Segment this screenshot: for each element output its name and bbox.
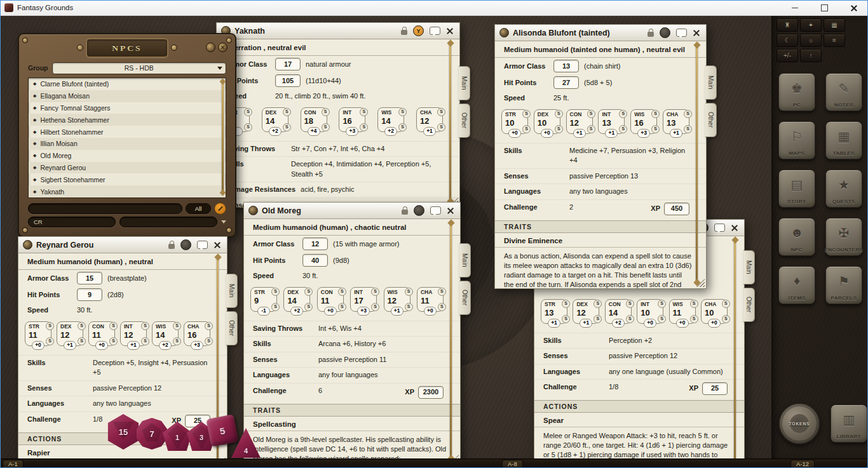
tab-other[interactable]: Other <box>705 103 717 137</box>
ability-save-button[interactable]: S <box>651 125 660 133</box>
ability-save-button[interactable]: S <box>283 123 291 131</box>
options-button[interactable]: ☼ <box>800 34 822 47</box>
tab-other[interactable]: Other <box>743 288 755 322</box>
ability-check-button[interactable]: S <box>398 108 407 116</box>
npc-list-item[interactable]: ◆ Illian Moisan <box>29 138 226 150</box>
ability-save-button[interactable]: S <box>690 315 698 323</box>
ability-save-button[interactable]: S <box>626 315 634 323</box>
token-icon[interactable] <box>414 205 424 216</box>
ability-save-button[interactable]: S <box>141 337 149 345</box>
ability-save-button[interactable]: S <box>109 337 118 345</box>
ac-value[interactable]: 13 <box>553 60 579 72</box>
ability-save-button[interactable]: S <box>684 125 692 133</box>
ability-save-button[interactable]: S <box>619 125 627 133</box>
sidebar-button-quests[interactable]: ★ QUESTS <box>825 170 862 208</box>
ability-check-button[interactable]: S <box>304 288 313 296</box>
ability-save-button[interactable]: S <box>437 123 445 131</box>
sidebar-button-tables[interactable]: ▦ TABLES <box>825 121 862 159</box>
tab-main[interactable]: Main <box>459 66 470 100</box>
window-knob-icon[interactable] <box>23 240 32 250</box>
xp-value[interactable]: 450 <box>664 203 689 215</box>
ability-save-button[interactable]: S <box>555 125 563 133</box>
sidebar-button-maps[interactable]: ⚐ MAPS <box>778 121 815 159</box>
sidebar-button-pc[interactable]: ♚ PC <box>778 73 815 111</box>
sidebar-button-notes[interactable]: ✎ NOTES <box>825 73 862 111</box>
maximize-button[interactable] <box>810 0 839 15</box>
ability-check-button[interactable]: S <box>78 322 86 330</box>
ability-save-button[interactable]: S <box>271 303 280 311</box>
group-dropdown[interactable]: RS - HDB <box>52 62 227 74</box>
hp-value[interactable]: 27 <box>553 76 579 89</box>
ability-check-button[interactable]: S <box>690 300 698 308</box>
ability-check-button[interactable]: S <box>360 108 368 116</box>
ability-check-button[interactable]: S <box>46 322 54 330</box>
npc-list-item[interactable]: ◆ Fancy Tomnal Staggers <box>29 102 226 114</box>
close-icon[interactable] <box>214 241 220 248</box>
scrollbar[interactable] <box>449 43 451 201</box>
scrollbar[interactable] <box>696 45 698 283</box>
ability-check-button[interactable]: S <box>562 300 570 308</box>
filter-dropdown-arrow-icon[interactable] <box>221 220 226 224</box>
hp-value[interactable]: 40 <box>302 254 328 267</box>
lock-icon[interactable] <box>401 30 407 35</box>
sheet-titlebar[interactable]: Old Moreg <box>244 203 460 219</box>
npc-list-item[interactable]: ◆ Sigbert Stonehammer <box>29 173 226 185</box>
ac-value[interactable]: 15 <box>77 272 102 284</box>
lighting-button[interactable]: ☾ <box>776 34 798 47</box>
close-icon[interactable] <box>446 27 453 34</box>
ability-check-button[interactable]: S <box>437 108 445 116</box>
tokens-button[interactable]: TOKENS <box>778 403 820 445</box>
chat-bubble-icon[interactable] <box>430 206 441 215</box>
list-scrollbar[interactable] <box>222 81 224 193</box>
tab-main[interactable]: Main <box>705 65 717 100</box>
pin-button[interactable] <box>206 43 215 52</box>
ability-save-button[interactable]: S <box>593 315 602 323</box>
window-knob-icon[interactable] <box>248 206 258 215</box>
ability-check-button[interactable]: S <box>722 300 730 308</box>
ability-check-button[interactable]: S <box>626 300 634 308</box>
token-icon[interactable]: Y <box>413 25 424 36</box>
die-d6[interactable]: 5 <box>206 414 239 447</box>
filter-all-button[interactable]: All <box>186 203 211 214</box>
ability-check-button[interactable]: S <box>684 110 692 118</box>
ability-save-button[interactable]: S <box>173 337 181 345</box>
tab-main[interactable]: Main <box>226 274 238 308</box>
chat-bubble-icon[interactable] <box>430 27 440 35</box>
ability-save-button[interactable]: S <box>244 123 252 131</box>
taskbar-tab[interactable]: A-1 <box>3 460 24 468</box>
ability-save-button[interactable]: S <box>78 337 86 345</box>
ability-save-button[interactable]: S <box>46 337 54 345</box>
close-icon[interactable] <box>693 29 700 36</box>
npc-list-item[interactable]: ◆ Clarne Blufont (tainted) <box>29 78 226 90</box>
os-titlebar[interactable]: Fantasy Grounds <box>0 0 868 16</box>
ability-check-button[interactable]: S <box>109 322 118 330</box>
ac-value[interactable]: 12 <box>302 237 328 250</box>
close-icon[interactable] <box>447 207 454 214</box>
npc-list-item[interactable]: ◆ Yaknath <box>29 185 226 197</box>
ability-check-button[interactable]: S <box>244 108 252 116</box>
lock-icon[interactable] <box>402 210 408 215</box>
xp-value[interactable]: 25 <box>702 382 728 395</box>
ability-save-button[interactable]: S <box>304 303 313 311</box>
sheet-titlebar[interactable]: Reynard Gerou <box>18 237 227 253</box>
ability-save-button[interactable]: S <box>398 123 407 131</box>
edit-button[interactable] <box>214 203 226 215</box>
ability-save-button[interactable]: S <box>205 337 213 345</box>
sheet-titlebar[interactable]: Alisonda Blufont (tainted) <box>495 25 706 41</box>
sidebar-button-encounters[interactable]: ✠ ENCOUNTERS <box>825 218 862 256</box>
npc-list-item[interactable]: ◆ Ellagana Moisan <box>29 90 226 102</box>
hp-value[interactable]: 105 <box>275 74 301 87</box>
sidebar-collapse-button[interactable]: ↑ <box>800 49 822 62</box>
minimize-button[interactable] <box>780 0 810 15</box>
ability-check-button[interactable]: S <box>522 110 531 118</box>
close-window-button[interactable] <box>839 0 868 15</box>
taskbar-tab[interactable]: A-12 <box>790 460 815 468</box>
ability-save-button[interactable]: S <box>562 315 570 323</box>
sidebar-button-library[interactable]: ▥ LIBRARY <box>831 404 867 443</box>
ability-check-button[interactable]: S <box>658 300 666 308</box>
ability-save-button[interactable]: S <box>438 303 446 311</box>
ability-check-button[interactable]: S <box>322 108 330 116</box>
ability-check-button[interactable]: S <box>338 288 346 296</box>
window-knob-icon[interactable] <box>499 28 509 37</box>
ability-save-button[interactable]: S <box>322 123 330 131</box>
